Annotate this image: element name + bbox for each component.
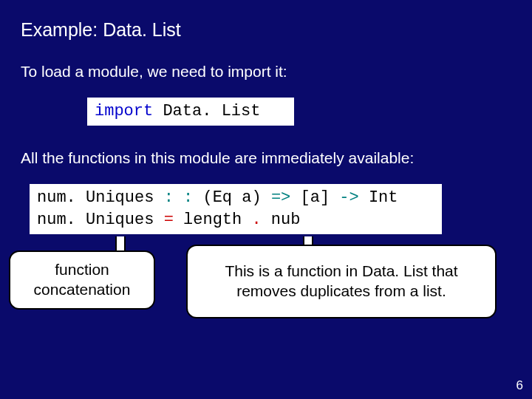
op-fat-arrow: => bbox=[271, 188, 290, 207]
fn-name: num. Uniques bbox=[37, 211, 164, 229]
callout-area: function concatenation This is a functio… bbox=[21, 245, 511, 348]
code-line-2: num. Uniques = length . nub bbox=[37, 209, 434, 231]
type-list: [a] bbox=[290, 188, 339, 207]
op-dcolon: : : bbox=[164, 188, 194, 207]
connector-left bbox=[115, 236, 126, 251]
op-arrow: -> bbox=[339, 188, 358, 207]
slide: Example: Data. List To load a module, we… bbox=[0, 0, 532, 348]
code-example-block: num. Uniques : : (Eq a) => [a] -> Int nu… bbox=[30, 184, 442, 233]
code-line-1: num. Uniques : : (Eq a) => [a] -> Int bbox=[37, 187, 434, 209]
fn-name: num. Uniques bbox=[37, 188, 164, 207]
op-equals: = bbox=[164, 211, 174, 229]
connector-right bbox=[303, 236, 313, 245]
type-int: Int bbox=[359, 188, 398, 207]
keyword-import: import bbox=[95, 102, 153, 120]
fn-length: length bbox=[174, 211, 252, 229]
constraint: (Eq a) bbox=[193, 188, 271, 207]
page-number: 6 bbox=[516, 378, 523, 393]
slide-title: Example: Data. List bbox=[21, 19, 511, 41]
op-compose: . bbox=[251, 211, 261, 229]
code-import-block: import Data. List bbox=[87, 98, 294, 126]
intro-text: To load a module, we need to import it: bbox=[21, 61, 511, 81]
callout-nub: This is a function in Data. List that re… bbox=[186, 245, 497, 318]
after-import-text: All the functions in this module are imm… bbox=[21, 148, 511, 168]
callout-concat: function concatenation bbox=[9, 250, 155, 310]
fn-nub: nub bbox=[262, 211, 301, 229]
module-name: Data. List bbox=[153, 102, 260, 120]
